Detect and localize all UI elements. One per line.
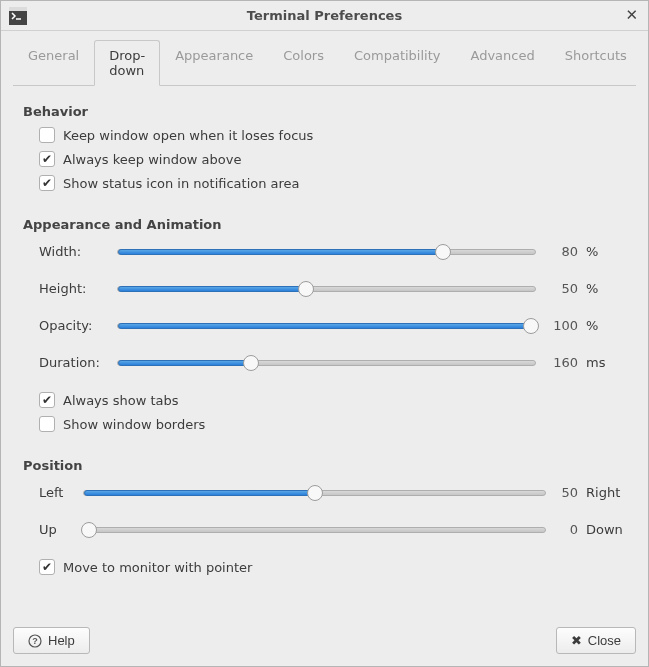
help-label: Help <box>48 633 75 648</box>
close-icon[interactable]: ✕ <box>625 6 638 24</box>
tab-advanced[interactable]: Advanced <box>455 40 549 86</box>
always-tabs-label: Always show tabs <box>63 393 179 408</box>
tab-shortcuts[interactable]: Shortcuts <box>550 40 642 86</box>
horiz-slider[interactable] <box>83 490 546 496</box>
opacity-unit: % <box>586 318 626 333</box>
duration-slider[interactable] <box>117 360 536 366</box>
opacity-slider-row: Opacity: 100 % <box>39 318 626 333</box>
keep-open-checkbox[interactable]: Keep window open when it loses focus <box>39 127 626 143</box>
appearance-anim-section: Width: 80 % Height: 50 % <box>23 244 626 454</box>
window-title: Terminal Preferences <box>247 8 402 23</box>
tab-bar: General Drop-down Appearance Colors Comp… <box>13 39 636 86</box>
slider-thumb[interactable] <box>523 318 539 334</box>
width-value: 80 <box>544 244 578 259</box>
always-tabs-checkbox[interactable]: ✔ Always show tabs <box>39 392 626 408</box>
tab-pane-dropdown: Behavior Keep window open when it loses … <box>13 86 636 617</box>
checkbox-icon: ✔ <box>39 151 55 167</box>
appearance-anim-header: Appearance and Animation <box>23 217 626 232</box>
right-label: Right <box>586 485 626 500</box>
close-icon: ✖ <box>571 633 582 648</box>
checkbox-icon: ✔ <box>39 175 55 191</box>
keep-open-label: Keep window open when it loses focus <box>63 128 313 143</box>
preferences-window: Terminal Preferences ✕ General Drop-down… <box>0 0 649 667</box>
slider-thumb[interactable] <box>243 355 259 371</box>
width-slider[interactable] <box>117 249 536 255</box>
move-monitor-label: Move to monitor with pointer <box>63 560 252 575</box>
vert-slider[interactable] <box>83 527 546 533</box>
footer: ? Help ✖ Close <box>1 617 648 666</box>
height-value: 50 <box>544 281 578 296</box>
duration-slider-row: Duration: 160 ms <box>39 355 626 370</box>
vert-value: 0 <box>554 522 578 537</box>
height-slider[interactable] <box>117 286 536 292</box>
content-area: General Drop-down Appearance Colors Comp… <box>1 31 648 617</box>
always-above-label: Always keep window above <box>63 152 241 167</box>
svg-text:?: ? <box>32 636 38 646</box>
checkbox-icon: ✔ <box>39 559 55 575</box>
tab-appearance[interactable]: Appearance <box>160 40 268 86</box>
slider-thumb[interactable] <box>298 281 314 297</box>
checkbox-icon <box>39 416 55 432</box>
tab-general[interactable]: General <box>13 40 94 86</box>
tab-compatibility[interactable]: Compatibility <box>339 40 456 86</box>
titlebar: Terminal Preferences ✕ <box>1 1 648 31</box>
svg-rect-1 <box>9 7 27 11</box>
borders-label: Show window borders <box>63 417 205 432</box>
horiz-slider-row: Left 50 Right <box>39 485 626 500</box>
width-slider-row: Width: 80 % <box>39 244 626 259</box>
status-icon-label: Show status icon in notification area <box>63 176 300 191</box>
help-icon: ? <box>28 634 42 648</box>
width-unit: % <box>586 244 626 259</box>
tab-dropdown[interactable]: Drop-down <box>94 40 160 86</box>
tab-colors[interactable]: Colors <box>268 40 339 86</box>
position-header: Position <box>23 458 626 473</box>
behavior-section: Keep window open when it loses focus ✔ A… <box>23 127 626 213</box>
checkbox-icon <box>39 127 55 143</box>
behavior-header: Behavior <box>23 104 626 119</box>
help-button[interactable]: ? Help <box>13 627 90 654</box>
horiz-value: 50 <box>554 485 578 500</box>
slider-thumb[interactable] <box>307 485 323 501</box>
height-unit: % <box>586 281 626 296</box>
close-button[interactable]: ✖ Close <box>556 627 636 654</box>
vert-slider-row: Up 0 Down <box>39 522 626 537</box>
duration-label: Duration: <box>39 355 109 370</box>
close-label: Close <box>588 633 621 648</box>
width-label: Width: <box>39 244 109 259</box>
terminal-icon <box>9 7 27 25</box>
borders-checkbox[interactable]: Show window borders <box>39 416 626 432</box>
status-icon-checkbox[interactable]: ✔ Show status icon in notification area <box>39 175 626 191</box>
slider-thumb[interactable] <box>435 244 451 260</box>
always-above-checkbox[interactable]: ✔ Always keep window above <box>39 151 626 167</box>
opacity-slider[interactable] <box>117 323 536 329</box>
position-section: Left 50 Right Up 0 Down <box>23 485 626 597</box>
duration-value: 160 <box>544 355 578 370</box>
height-slider-row: Height: 50 % <box>39 281 626 296</box>
opacity-value: 100 <box>544 318 578 333</box>
height-label: Height: <box>39 281 109 296</box>
slider-thumb[interactable] <box>81 522 97 538</box>
up-label: Up <box>39 522 75 537</box>
move-monitor-checkbox[interactable]: ✔ Move to monitor with pointer <box>39 559 626 575</box>
opacity-label: Opacity: <box>39 318 109 333</box>
down-label: Down <box>586 522 626 537</box>
checkbox-icon: ✔ <box>39 392 55 408</box>
duration-unit: ms <box>586 355 626 370</box>
left-label: Left <box>39 485 75 500</box>
